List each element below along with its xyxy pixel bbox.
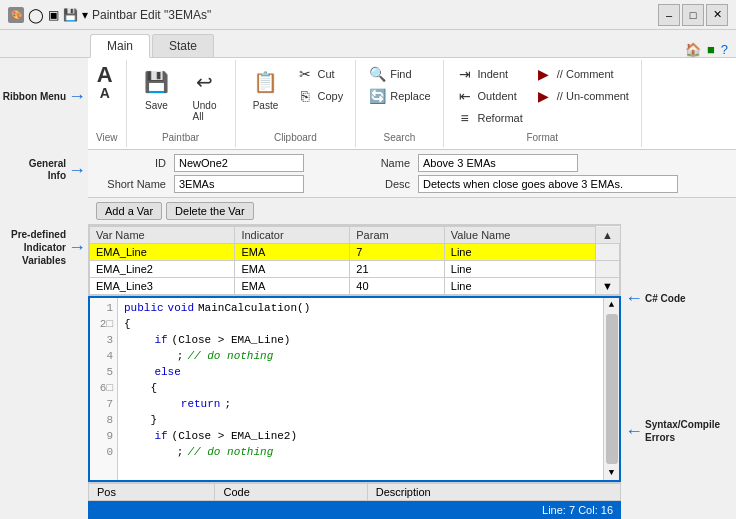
delete-var-button[interactable]: Delete the Var [166,202,254,220]
col-description: Description [367,484,620,501]
errors-section: Pos Code Description [88,482,621,501]
cell-param: 40 [350,278,444,295]
ribbon-view-label: View [96,132,118,143]
shortname-input[interactable] [174,175,304,193]
scroll-down[interactable]: ▼ [607,466,616,480]
font-size-group: A A [97,64,113,100]
ribbon-group-view: A A View [88,60,127,147]
predefined-arrow: → [68,237,86,258]
name-input[interactable] [418,154,578,172]
window-controls: – □ ✕ [658,4,728,26]
font-large-button[interactable]: A [97,64,113,86]
reformat-label: Reformat [478,112,523,124]
replace-button[interactable]: 🔄 Replace [364,86,434,106]
save-icon: 💾 [141,66,173,98]
kw-public: public [124,300,164,316]
status-text: Line: 7 Col: 16 [542,504,613,516]
general-info-section: GeneralInfo → ID Name Short Name Desc [0,150,736,198]
table-row[interactable]: EMA_Line2 EMA 21 Line [90,261,620,278]
var-table-container: Var Name Indicator Param Value Name ▲ EM… [88,225,621,296]
save-label: Save [145,100,168,111]
scroll-cell [596,261,620,278]
indent-icon: ⇥ [456,66,474,82]
col-code: Code [215,484,367,501]
outdent-label: Outdent [478,90,517,102]
code-line-9: if (Close > EMA_Line2) [124,428,597,444]
errors-table: Pos Code Description [88,483,621,501]
ribbon-search-label: Search [384,132,416,143]
close-button[interactable]: ✕ [706,4,728,26]
reformat-button[interactable]: ≡ Reformat [452,108,527,128]
csharp-arrow: ← [625,288,643,309]
shortname-desc-row: Short Name Desc [96,175,728,193]
add-var-button[interactable]: Add a Var [96,202,162,220]
tab-state[interactable]: State [152,34,214,57]
title-bar: 🎨 ◯ ▣ 💾 ▾ Paintbar Edit "3EMAs" – □ ✕ [0,0,736,30]
cell-value-name: Line [444,244,595,261]
help-icon[interactable]: ? [721,42,728,57]
find-replace-col: 🔍 Find 🔄 Replace [364,64,434,106]
toolbar-icon3[interactable]: 💾 [63,8,78,22]
kw-void: void [168,300,194,316]
undo-icon: ↩ [189,66,221,98]
scroll-up[interactable]: ▲ [607,298,616,312]
comment-2: // do nothing [187,444,273,460]
outdent-button[interactable]: ⇤ Outdent [452,86,527,106]
cell-var-name: EMA_Line2 [90,261,235,278]
scroll-cell: ▼ [596,278,620,295]
var-toolbar: Add a Var Delete the Var [88,198,621,225]
code-editor[interactable]: 1 2□ 3 4 5 6□ 7 8 9 0 public [88,296,621,482]
window-title: Paintbar Edit "3EMAs" [92,8,211,22]
maximize-button[interactable]: □ [682,4,704,26]
color-icon[interactable]: ■ [707,42,715,57]
cell-indicator: EMA [235,261,350,278]
code-area: 1 2□ 3 4 5 6□ 7 8 9 0 public [88,296,621,482]
minimize-button[interactable]: – [658,4,680,26]
undo-all-button[interactable]: ↩ UndoAll [183,64,227,124]
replace-icon: 🔄 [368,88,386,104]
col-var-name: Var Name [90,227,235,244]
code-line-5: else [124,364,597,380]
uncomment-button[interactable]: ▶ // Un-comment [531,86,633,106]
cell-value-name: Line [444,261,595,278]
csharp-label: C# Code [645,293,686,304]
toolbar-icon4[interactable]: ▾ [82,8,88,22]
toolbar-icon1[interactable]: ◯ [28,7,44,23]
var-table: Var Name Indicator Param Value Name ▲ EM… [89,226,620,295]
toolbar-icon2[interactable]: ▣ [48,8,59,22]
id-input[interactable] [174,154,304,172]
paste-button[interactable]: 📋 Paste [244,64,288,113]
shortname-label: Short Name [96,178,166,190]
code-line-8: } [124,412,597,428]
code-scrollbar[interactable]: ▲ ▼ [603,298,619,480]
scroll-thumb[interactable] [606,314,618,464]
cell-param: 21 [350,261,444,278]
font-small-button[interactable]: A [100,86,110,100]
code-line-10: ; // do nothing [124,444,597,460]
table-row[interactable]: EMA_Line EMA 7 Line [90,244,620,261]
col-pos: Pos [89,484,215,501]
ribbon-group-format: ⇥ Indent ⇤ Outdent ≡ Reformat [444,60,642,147]
ribbon-group-paintbar: 💾 Save ↩ UndoAll Paintbar [127,60,236,147]
find-button[interactable]: 🔍 Find [364,64,434,84]
scroll-col: ▲ [596,227,620,244]
table-row[interactable]: EMA_Line3 EMA 40 Line ▼ [90,278,620,295]
cut-button[interactable]: ✂ Cut [292,64,348,84]
cell-param: 7 [350,244,444,261]
ribbon-group-search: 🔍 Find 🔄 Replace Search [356,60,443,147]
cell-var-name: EMA_Line [90,244,235,261]
desc-input[interactable] [418,175,678,193]
ribbon-menu-label: Ribbon Menu [3,91,66,103]
id-name-row: ID Name [96,154,728,172]
app-container: 🎨 ◯ ▣ 💾 ▾ Paintbar Edit "3EMAs" – □ ✕ Ma… [0,0,736,519]
copy-icon: ⎘ [296,88,314,104]
home-icon[interactable]: 🏠 [685,42,701,57]
copy-button[interactable]: ⎘ Copy [292,86,348,106]
copy-label: Copy [318,90,344,102]
code-line-3: if (Close > EMA_Line) [124,332,597,348]
save-button[interactable]: 💾 Save [135,64,179,113]
tab-main[interactable]: Main [90,34,150,58]
indent-button[interactable]: ⇥ Indent [452,64,527,84]
comment-button[interactable]: ▶ // Comment [531,64,633,84]
code-content[interactable]: public void MainCalculation() { if (Clos… [118,298,603,480]
